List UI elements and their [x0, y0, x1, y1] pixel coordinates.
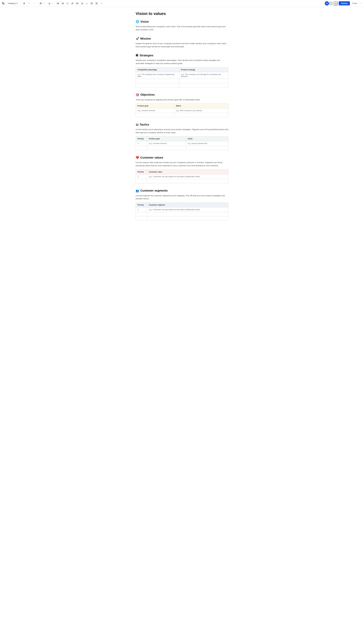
objectives-section: 🎯 Objectives Track your progress by alig… [136, 93, 228, 117]
tactics-section: 🗂 Tactics List the tactics you're planni… [136, 123, 228, 150]
emoji-button[interactable]: ☺ [85, 2, 89, 6]
svg-rect-14 [62, 4, 64, 4]
strategies-row1-col1[interactable]: e.g., The company has a strong AI engine… [136, 72, 179, 79]
more-format-button[interactable]: ··· [32, 2, 36, 6]
svg-rect-1 [40, 3, 41, 4]
cv-row1-col1[interactable]: 1 [136, 174, 147, 179]
link-button[interactable] [70, 2, 74, 6]
customer-segments-emoji: 👥 [136, 189, 139, 192]
vision-emoji: 🌐 [136, 20, 139, 23]
cs-row2-col1[interactable] [136, 212, 147, 216]
align-dropdown-icon[interactable]: ▾ [44, 3, 44, 4]
notifications-button[interactable] [334, 2, 338, 6]
table-button[interactable] [90, 2, 94, 6]
table-row[interactable] [136, 216, 228, 220]
svg-rect-10 [62, 3, 64, 3]
publish-button[interactable]: Publish [339, 1, 350, 6]
heading-selector-label: Heading 2 [8, 2, 16, 5]
customer-values-text[interactable]: List the reasons why customers should us… [136, 161, 228, 167]
table-row[interactable]: 1 e.g., Customers can get started on doc… [136, 174, 228, 179]
strategies-row3-col2[interactable] [179, 83, 228, 87]
tactics-text[interactable]: List the tactics you're planning to exec… [136, 128, 228, 134]
cs-row1-col2[interactable]: e.g., Customers can get started on docum… [147, 207, 228, 212]
objectives-row2-col2[interactable] [174, 113, 228, 117]
cv-row2-col2[interactable] [147, 179, 228, 183]
bold-button[interactable]: B [22, 2, 26, 6]
add-collaborator-button[interactable]: + [329, 2, 332, 5]
color-dropdown-icon[interactable]: ▾ [52, 3, 53, 4]
more-options-button[interactable]: ··· [359, 2, 362, 5]
strategies-emoji: 🏛 [136, 54, 138, 57]
cv-col-1: Priority [136, 169, 147, 174]
table-row[interactable] [136, 113, 228, 117]
table-row[interactable]: e.g., Increase revenue e.g., 40% increas… [136, 108, 228, 113]
cv-row1-col2[interactable]: e.g., Customers can get started on docum… [147, 174, 228, 179]
objectives-emoji: 🎯 [136, 93, 139, 97]
tactics-heading: 🗂 Tactics [136, 123, 228, 126]
strategies-row3-col1[interactable] [136, 83, 179, 87]
image-button[interactable] [75, 2, 79, 6]
tactics-row1-col2[interactable]: e.g., Increase revenue [147, 141, 186, 146]
task-list-button[interactable]: ☑ [66, 2, 70, 6]
tactics-row1-col1[interactable]: 1 [136, 141, 147, 146]
table-row[interactable] [136, 179, 228, 183]
objectives-row1-col1[interactable]: e.g., Increase revenue [136, 108, 174, 113]
strategies-row2-col1[interactable] [136, 79, 179, 83]
cv-row2-col1[interactable] [136, 179, 147, 183]
table-row[interactable]: 1 e.g., Increase revenue e.g. Launch pre… [136, 141, 228, 146]
tactics-row1-col3[interactable]: e.g. Launch premium tier [186, 141, 228, 146]
cs-row2-col2[interactable] [147, 212, 228, 216]
customer-segments-text[interactable]: List and organize the customer segments … [136, 194, 228, 200]
cs-row3-col1[interactable] [136, 216, 147, 220]
table-row[interactable] [136, 79, 228, 83]
customer-values-section: ❤️ Customer values List the reasons why … [136, 156, 228, 183]
strategies-text[interactable]: Identify your company's competitive adva… [136, 59, 228, 65]
strategies-section: 🏛 Strategies Identify your company's com… [136, 54, 228, 87]
italic-button[interactable]: I [27, 2, 31, 6]
tactics-row2-col1[interactable] [136, 146, 147, 150]
text-color-button[interactable]: A [47, 2, 51, 6]
cs-col-2: Customer segment [147, 202, 228, 207]
customer-values-heading: ❤️ Customer values [136, 156, 228, 159]
tactics-col-3: Tactic [186, 136, 228, 141]
heading-selector[interactable]: Heading 2 ▾ [7, 2, 19, 5]
toolbar: Heading 2 ▾ B I ··· ▾ A ▾ 1. 2. [0, 0, 364, 7]
close-button[interactable]: Close [351, 1, 358, 6]
customer-segments-table: Priority Customer segment 1 e.g., Custom… [136, 202, 228, 221]
chevron-down-icon: ▾ [17, 3, 18, 4]
user-avatar[interactable]: CK [325, 1, 329, 6]
mission-text[interactable]: Explain the goal for each of your compan… [136, 42, 228, 48]
objectives-col-1: Product goal [136, 104, 174, 108]
toolbar-right: CK + Publish Close ··· [325, 1, 362, 6]
table-row[interactable] [136, 212, 228, 216]
bullet-list-button[interactable] [56, 2, 60, 6]
tactics-row2-col2[interactable] [147, 146, 186, 150]
objectives-text[interactable]: Track your progress by aligning each pro… [136, 98, 228, 101]
more-tools-button[interactable]: + [100, 2, 103, 6]
numbered-list-button[interactable]: 1. 2. 3. [61, 2, 65, 6]
strategies-row1-col2[interactable]: e.g., The company can leverage AI to dev… [179, 72, 228, 79]
document-title[interactable]: Vision to values [136, 12, 228, 16]
table-row[interactable]: 1 e.g., Customers can get started on doc… [136, 207, 228, 212]
svg-point-3 [57, 3, 58, 3]
table-row[interactable] [136, 146, 228, 150]
table-row[interactable]: e.g., The company has a strong AI engine… [136, 72, 228, 79]
strategies-table: Competitive advantage Product strategy e… [136, 67, 228, 87]
table-row[interactable] [136, 83, 228, 87]
columns-button[interactable] [94, 2, 98, 6]
cs-row1-col1[interactable]: 1 [136, 207, 147, 212]
objectives-row2-col1[interactable] [136, 113, 174, 117]
strategies-row2-col2[interactable] [179, 79, 228, 83]
tactics-row2-col3[interactable] [186, 146, 228, 150]
svg-rect-8 [58, 4, 59, 4]
mention-button[interactable]: @ [80, 2, 84, 6]
svg-text:3.: 3. [62, 4, 62, 5]
vision-text[interactable]: Start by describing your company's main … [136, 25, 228, 31]
align-button[interactable] [39, 2, 43, 6]
cv-col-2: Customer value [147, 169, 228, 174]
svg-rect-20 [96, 3, 96, 4]
objectives-row1-col2[interactable]: e.g., 40% increase in y/y revenue [174, 108, 228, 113]
strategies-col-1: Competitive advantage [136, 67, 179, 72]
svg-point-7 [57, 4, 58, 4]
cs-row3-col2[interactable] [147, 216, 228, 220]
